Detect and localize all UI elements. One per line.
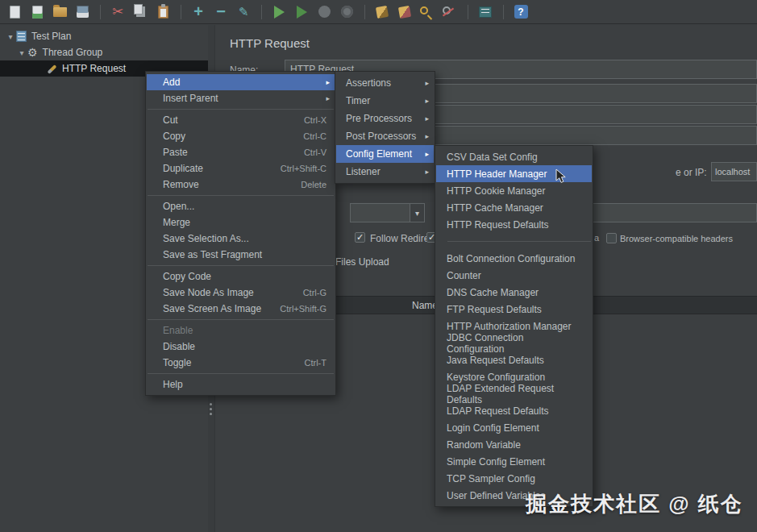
config-item-dns-cache-manager[interactable]: DNS Cache Manager [436, 284, 592, 301]
menu-item-open[interactable]: Open... [147, 198, 335, 214]
clear-all-icon[interactable] [395, 2, 414, 22]
menu-separator [436, 233, 592, 250]
tree-item-test-plan[interactable]: ▾ Test Plan [0, 28, 214, 44]
browser-compatible-headers-checkbox[interactable] [606, 233, 617, 243]
config-item-ldap-request-defaults[interactable]: LDAP Request Defaults [436, 402, 592, 419]
config-item-http-cookie-manager[interactable]: HTTP Cookie Manager [436, 182, 592, 199]
edit-icon[interactable]: ✎ [234, 2, 253, 22]
menu-item-disable[interactable]: Disable [147, 339, 335, 355]
test-plan-icon [16, 31, 27, 42]
open-icon[interactable] [50, 2, 69, 22]
submenu-item-pre-processors[interactable]: Pre Processors ▸ [336, 110, 434, 127]
menu-item-cut[interactable]: Cut Ctrl-X [147, 112, 335, 128]
templates-icon[interactable] [27, 2, 47, 22]
menu-item-help[interactable]: Help [147, 376, 335, 393]
config-item-ldap-extended-request-defaults[interactable]: LDAP Extended Request Defaults [436, 385, 592, 402]
remove-icon[interactable]: − [211, 2, 231, 22]
submenu-item-assertions[interactable]: Assertions ▸ [336, 74, 434, 92]
use-multipart-label-partial: a [594, 233, 599, 243]
menu-separator [147, 371, 335, 376]
submenu-arrow-icon: ▸ [425, 168, 429, 176]
config-item-java-request-defaults[interactable]: Java Request Defaults [436, 351, 592, 368]
submenu-item-listener[interactable]: Listener ▸ [336, 163, 434, 181]
config-item-tcp-sampler-config[interactable]: TCP Sampler Config [436, 470, 592, 487]
menu-item-toggle[interactable]: Toggle Ctrl-T [147, 355, 335, 371]
start-icon[interactable] [269, 2, 289, 22]
copy-icon[interactable] [131, 2, 150, 22]
jmeter-window: ✂+−✎? ▾ Test Plan ▾ ⚙ Thread Group HTTP … [0, 0, 757, 532]
config-element-submenu: CSV Data Set Config HTTP Header Manager … [435, 145, 593, 507]
cut-icon[interactable]: ✂ [108, 2, 127, 22]
page-title: HTTP Request [230, 36, 310, 50]
menu-item-merge[interactable]: Merge [147, 214, 335, 231]
menu-item-add[interactable]: Add ▸ [147, 74, 335, 90]
menu-item-save-screen-as-image[interactable]: Save Screen As Image Ctrl+Shift-G [147, 301, 335, 317]
wrench-icon [47, 64, 57, 74]
config-item-counter[interactable]: Counter [436, 267, 592, 284]
server-name-input[interactable] [711, 162, 757, 181]
tree-item-thread-group[interactable]: ▾ ⚙ Thread Group [0, 44, 214, 60]
menu-separator [147, 193, 335, 198]
submenu-arrow-icon: ▸ [326, 94, 330, 102]
menu-item-paste[interactable]: Paste Ctrl-V [147, 144, 335, 160]
tree-item-label: HTTP Request [62, 63, 126, 74]
method-dropdown[interactable]: ▾ [350, 203, 425, 222]
server-name-label-partial: e or IP: [676, 167, 707, 178]
splitter-handle-icon[interactable] [210, 403, 212, 415]
submenu-arrow-icon: ▸ [425, 150, 429, 158]
config-item-simple-config-element[interactable]: Simple Config Element [436, 453, 592, 470]
config-item-http-header-manager[interactable]: HTTP Header Manager [436, 165, 592, 182]
config-item-bolt-connection-configuration[interactable]: Bolt Connection Configuration [436, 250, 592, 267]
reset-search-icon[interactable] [440, 2, 460, 22]
menu-item-insert-parent[interactable]: Insert Parent ▸ [147, 90, 335, 106]
menu-item-remove[interactable]: Remove Delete [147, 177, 335, 193]
config-item-ftp-request-defaults[interactable]: FTP Request Defaults [436, 301, 592, 318]
tree-item-label: Test Plan [31, 31, 71, 42]
chevron-down-icon[interactable]: ▾ [16, 48, 27, 57]
menu-item-save-as-test-fragment[interactable]: Save as Test Fragment [147, 247, 335, 263]
main-toolbar: ✂+−✎? [0, 0, 757, 24]
config-item-csv-data-set-config[interactable]: CSV Data Set Config [436, 148, 592, 165]
menu-separator [147, 263, 335, 268]
submenu-item-config-element[interactable]: Config Element ▸ [336, 145, 434, 163]
config-item-http-cache-manager[interactable]: HTTP Cache Manager [436, 199, 592, 216]
watermark-text: 掘金技术社区 @ 纸仓 [526, 490, 743, 518]
tree-item-label: Thread Group [43, 47, 103, 58]
submenu-item-post-processors[interactable]: Post Processors ▸ [336, 127, 434, 145]
menu-item-save-selection-as[interactable]: Save Selection As... [147, 231, 335, 247]
config-item-jdbc-connection-configuration[interactable]: JDBC Connection Configuration [436, 335, 592, 351]
submenu-arrow-icon: ▸ [425, 79, 429, 87]
shutdown-icon[interactable] [337, 2, 356, 22]
new-file-icon[interactable] [5, 2, 24, 22]
add-icon[interactable]: + [189, 2, 208, 22]
menu-item-copy-code[interactable]: Copy Code [147, 268, 335, 285]
save-icon[interactable] [73, 2, 92, 22]
chevron-down-icon[interactable]: ▾ [410, 204, 424, 222]
follow-redirects-checkbox[interactable] [355, 232, 365, 243]
context-menu: Add ▸ Insert Parent ▸ Cut Ctrl-X Copy Ct… [145, 71, 336, 396]
stop-icon[interactable] [314, 2, 334, 22]
paste-icon[interactable] [153, 2, 173, 22]
tab-files-upload[interactable]: Files Upload [335, 256, 389, 268]
menu-item-copy[interactable]: Copy Ctrl-C [147, 128, 335, 144]
submenu-arrow-icon: ▸ [425, 132, 429, 140]
menu-item-duplicate[interactable]: Duplicate Ctrl+Shift-C [147, 160, 335, 177]
submenu-arrow-icon: ▸ [425, 114, 429, 123]
config-item-http-request-defaults[interactable]: HTTP Request Defaults [436, 216, 592, 233]
menu-item-enable: Enable [147, 322, 335, 339]
mouse-cursor-icon [555, 168, 567, 188]
chevron-down-icon[interactable]: ▾ [5, 32, 16, 41]
help-icon[interactable]: ? [511, 2, 530, 22]
menu-item-save-node-as-image[interactable]: Save Node As Image Ctrl-G [147, 285, 335, 301]
config-item-login-config-element[interactable]: Login Config Element [436, 419, 592, 436]
submenu-arrow-icon: ▸ [326, 78, 330, 86]
menu-separator [147, 106, 335, 112]
submenu-item-timer[interactable]: Timer ▸ [336, 92, 434, 110]
search-icon[interactable] [418, 2, 437, 22]
menu-separator [147, 317, 335, 322]
config-item-random-variable[interactable]: Random Variable [436, 436, 592, 453]
add-submenu: Assertions ▸ Timer ▸ Pre Processors ▸ Po… [335, 71, 435, 184]
clear-icon[interactable] [372, 2, 392, 22]
start-no-pauses-icon[interactable] [292, 2, 311, 22]
function-helper-icon[interactable] [476, 2, 495, 22]
